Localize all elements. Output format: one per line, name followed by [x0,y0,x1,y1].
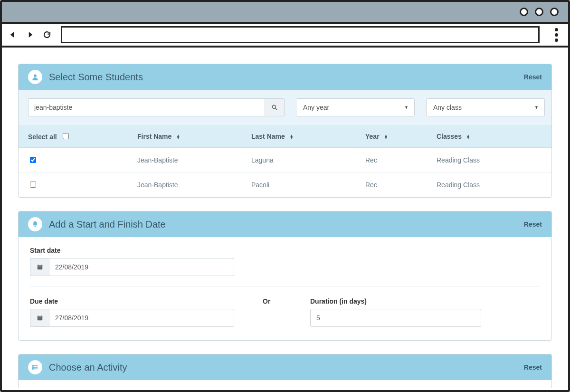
browser-menu-button[interactable] [549,28,563,42]
students-panel: Select Some Students Reset Any year An [18,64,552,198]
dates-panel-header: Add a Start and Finish Date Reset [19,211,551,237]
cell-first-name: Jean-Baptiste [128,148,242,172]
activity-reset-link[interactable]: Reset [524,363,542,371]
dates-panel-title: Add a Start and Finish Date [49,219,166,230]
page-viewport: Select Some Students Reset Any year An [4,49,566,388]
dates-panel: Add a Start and Finish Date Reset Start … [18,211,552,341]
activity-panel-header: Choose an Activity Reset [19,354,551,380]
browser-toolbar [2,24,568,48]
year-select[interactable]: Any year [296,98,415,116]
class-select-value: Any class [433,104,462,111]
students-reset-link[interactable]: Reset [524,73,542,81]
start-date-input[interactable] [49,258,234,276]
sort-icon: ▲▼ [176,134,180,139]
classes-header[interactable]: Classes ▲▼ [427,125,551,148]
start-date-label: Start date [30,247,540,254]
sort-icon: ▲▼ [384,134,388,139]
svg-point-16 [32,368,33,369]
cell-last-name: Pacoli [242,172,356,197]
forward-button[interactable] [24,29,36,41]
window-titlebar [2,2,568,24]
student-search-input[interactable] [28,98,265,116]
sort-icon: ▲▼ [290,134,294,139]
svg-point-14 [32,365,33,366]
activity-panel: Choose an Activity Reset Type of Activit… [18,354,552,388]
select-all-header[interactable]: Select all [19,125,128,148]
window-button[interactable] [535,8,543,16]
svg-point-0 [34,75,36,77]
select-all-label: Select all [28,133,57,141]
svg-rect-4 [37,265,42,267]
class-select[interactable]: Any class [426,98,545,116]
row-checkbox[interactable] [30,182,36,188]
first-name-label: First Name [137,133,171,140]
bell-icon [28,217,42,231]
table-row[interactable]: Jean-Baptiste Pacoli Rec Reading Class [19,172,551,197]
students-panel-header: Select Some Students Reset [19,64,551,90]
year-label: Year [365,133,380,140]
due-date-input[interactable] [49,309,234,327]
row-checkbox[interactable] [30,157,36,163]
duration-input[interactable] [310,309,481,327]
divider [30,287,540,287]
students-table: Select all First Name ▲▼ Last Name ▲▼ [19,125,551,197]
reload-button[interactable] [41,29,53,41]
calendar-icon[interactable] [30,309,49,327]
cell-classes: Reading Class [427,148,551,172]
cell-year: Rec [356,172,427,197]
cell-classes: Reading Class [427,172,551,197]
svg-line-2 [276,108,277,110]
table-row[interactable]: Jean-Baptiste Laguna Rec Reading Class [19,148,551,172]
or-label: Or [263,297,282,305]
year-select-value: Any year [303,104,329,111]
cell-last-name: Laguna [242,148,356,172]
dates-reset-link[interactable]: Reset [524,220,542,228]
browser-frame: Select Some Students Reset Any year An [0,0,570,392]
calendar-icon[interactable] [30,258,49,276]
last-name-header[interactable]: Last Name ▲▼ [242,125,356,148]
first-name-header[interactable]: First Name ▲▼ [128,125,242,148]
year-header[interactable]: Year ▲▼ [356,125,427,148]
last-name-label: Last Name [251,133,285,140]
address-bar[interactable] [61,26,540,43]
activity-panel-title: Choose an Activity [49,362,127,373]
search-button[interactable] [265,98,285,116]
svg-point-1 [272,105,276,108]
back-button[interactable] [7,29,19,41]
cell-year: Rec [356,148,427,172]
window-button[interactable] [550,8,559,16]
svg-rect-8 [37,316,42,317]
classes-label: Classes [437,133,462,140]
students-filter-row: Any year Any class [19,90,551,125]
select-all-checkbox[interactable] [63,133,69,139]
students-panel-title: Select Some Students [49,72,143,83]
svg-point-15 [32,367,33,368]
list-icon [28,360,42,374]
due-date-label: Due date [30,297,234,305]
user-icon [28,70,42,84]
duration-label: Duration (in days) [310,297,481,305]
cell-first-name: Jean-Baptiste [128,172,242,197]
sort-icon: ▲▼ [466,134,470,139]
window-button[interactable] [520,8,528,16]
